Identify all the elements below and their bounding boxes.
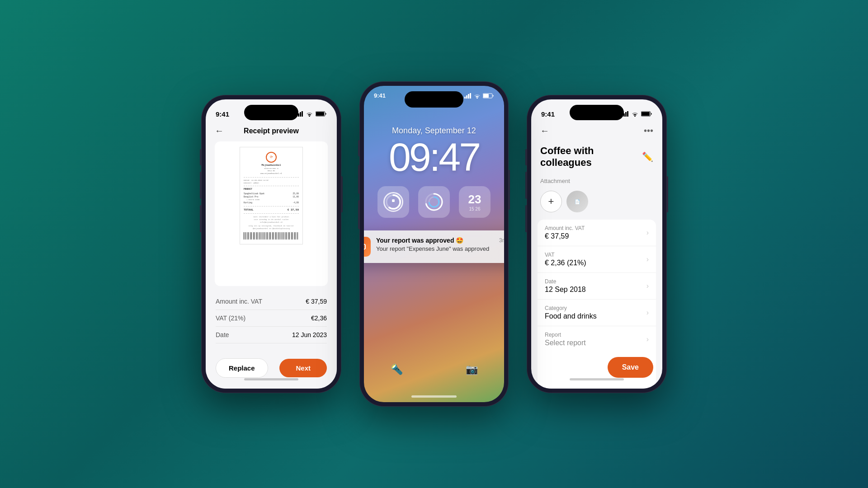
lockscreen-home-bar: [411, 395, 457, 398]
receipt-detail-amount: Amount inc. VAT € 37,59: [216, 293, 327, 310]
next-button[interactable]: Next: [279, 359, 327, 377]
center-btn-silent: [358, 140, 359, 156]
notif-app-icon: [364, 237, 371, 257]
receipt-item-1: Spaghettisak 8pak25,99: [244, 192, 299, 195]
phone-left: 9:41 ← Receipt preview ⟳: [201, 95, 341, 393]
side-btn-silent: [200, 149, 201, 165]
field-category-label: Category: [545, 305, 597, 311]
battery-icon: [316, 111, 327, 117]
r-wifi-icon: [632, 111, 638, 117]
field-category-chevron: ›: [646, 309, 649, 317]
right-btn-vol-down: [525, 205, 527, 232]
attachment-thumbnail[interactable]: 📄: [566, 191, 588, 212]
field-report[interactable]: Report Select report ›: [538, 326, 656, 352]
attachment-add-button[interactable]: +: [540, 191, 562, 212]
flashlight-icon[interactable]: 🔦: [387, 360, 406, 380]
ls-widget-activity: [377, 186, 409, 218]
dynamic-island-right: [570, 105, 624, 120]
receipt-screen: 9:41 ← Receipt preview ⟳: [206, 99, 337, 389]
field-amount[interactable]: Amount inc. VAT € 37,59 ›: [538, 220, 656, 246]
ls-num-value: 23: [468, 192, 481, 206]
field-amount-value: € 37,59: [545, 232, 585, 240]
right-btn-vol-up: [525, 172, 527, 199]
expense-header: ← •••: [531, 122, 662, 141]
status-icons-right: [622, 111, 652, 117]
wifi-icon: [306, 111, 313, 117]
svg-rect-7: [464, 97, 466, 99]
receipt-detail-date: Date 12 Jun 2023: [216, 327, 327, 343]
replace-button[interactable]: Replace: [216, 358, 268, 378]
field-vat[interactable]: VAT € 2,36 (21%) ›: [538, 246, 656, 273]
receipt-total-row: TOTAAL€ 37,59: [244, 208, 299, 212]
receipt-divider-3: [244, 206, 299, 206]
home-bar-right: [570, 378, 624, 380]
side-btn-vol-down: [200, 205, 201, 232]
expense-screen: 9:41 ← ••• Coffee with colleagues ✏️: [531, 99, 662, 389]
receipt-item-2: Booglist Pro11,60: [244, 195, 299, 198]
expense-title: Coffee with colleagues: [540, 145, 642, 169]
back-button[interactable]: ←: [215, 126, 224, 136]
svg-rect-2: [300, 112, 301, 117]
home-bar-left: [244, 378, 298, 380]
more-options-button[interactable]: •••: [644, 126, 653, 136]
svg-rect-10: [470, 93, 471, 99]
right-btn-power: [667, 176, 668, 212]
field-report-content: Report Select report: [545, 332, 586, 347]
center-btn-power: [509, 170, 510, 210]
date-value: 12 Jun 2023: [292, 331, 327, 338]
lockscreen-bottom: 🔦 📷: [364, 360, 504, 380]
lockscreen-screen: 9:41 Monday, September 12 09:47: [364, 86, 504, 402]
receipt-header: ← Receipt preview: [206, 122, 337, 141]
edit-icon[interactable]: ✏️: [642, 151, 653, 162]
status-time-right: 9:41: [541, 110, 555, 118]
r-battery-icon: [641, 111, 652, 117]
receipt-divider-1: [244, 177, 299, 178]
svg-rect-16: [392, 199, 395, 202]
svg-point-4: [309, 116, 310, 117]
lockscreen-widgets: 23 15 26: [377, 186, 491, 218]
svg-rect-24: [627, 111, 628, 117]
vat-label: VAT (21%): [216, 314, 245, 322]
field-amount-label: Amount inc. VAT: [545, 225, 585, 231]
right-btn-silent: [525, 149, 527, 165]
svg-point-25: [634, 116, 636, 117]
save-button[interactable]: Save: [608, 357, 653, 378]
ls-wifi-icon: [474, 93, 481, 99]
attachment-row: + 📄: [531, 187, 662, 220]
attachment-label: Attachment: [531, 176, 662, 187]
receipt-logo-circle: ⟳: [266, 152, 277, 163]
field-vat-label: VAT: [545, 252, 586, 258]
app-logo-svg: [364, 240, 367, 253]
expense-title-section: Coffee with colleagues ✏️: [531, 141, 662, 176]
lockscreen: 9:41 Monday, September 12 09:47: [364, 86, 504, 402]
status-time-left: 9:41: [216, 110, 229, 118]
field-report-label: Report: [545, 332, 586, 338]
lockscreen-notification: Your report was approved 🤩 3m ago Your r…: [364, 230, 504, 263]
expense-back-button[interactable]: ←: [540, 126, 549, 136]
field-date-chevron: ›: [646, 282, 649, 290]
notif-time: 3m ago: [499, 237, 504, 244]
notif-title: Your report was approved 🤩: [376, 237, 463, 244]
field-category[interactable]: Category Food and drinks ›: [538, 300, 656, 326]
svg-rect-13: [483, 94, 489, 98]
amount-value: € 37,59: [306, 298, 327, 305]
ls-signal-icon: [464, 93, 472, 99]
svg-rect-8: [466, 95, 467, 99]
field-amount-content: Amount inc. VAT € 37,59: [545, 225, 585, 240]
receipt-shop-name: Mijnwebwinkel: [244, 164, 299, 168]
receipt-divider-4: [244, 213, 299, 214]
side-btn-power: [341, 176, 343, 212]
camera-icon[interactable]: 📷: [462, 360, 481, 380]
field-category-content: Category Food and drinks: [545, 305, 597, 320]
dynamic-island-center: [405, 91, 463, 108]
lockscreen-status-time: 9:41: [374, 92, 386, 99]
center-btn-vol-down: [358, 200, 359, 229]
lockscreen-date: Monday, September 12: [392, 126, 476, 136]
receipt-actions: Replace Next: [206, 351, 337, 389]
ls-activity-ring: [383, 192, 403, 212]
ls-widget-target: [418, 186, 450, 218]
date-label: Date: [216, 331, 229, 338]
svg-rect-27: [642, 112, 650, 116]
field-date[interactable]: Date 12 Sep 2018 ›: [538, 273, 656, 300]
receipt-detail-vat: VAT (21%) €2,36: [216, 310, 327, 327]
